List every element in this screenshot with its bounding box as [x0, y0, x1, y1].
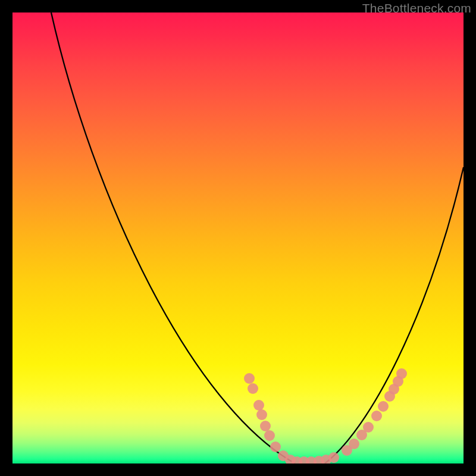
data-point: [260, 421, 271, 431]
data-point: [349, 439, 359, 449]
dots-group: [244, 368, 407, 464]
data-point: [244, 373, 255, 384]
chart-svg: [12, 12, 464, 464]
data-point: [253, 400, 264, 411]
curve-left: [51, 12, 295, 464]
chart-frame: [12, 12, 464, 464]
data-point: [256, 409, 267, 420]
data-point: [248, 383, 258, 394]
curve-group: [51, 12, 464, 464]
data-point: [371, 411, 382, 421]
data-point: [378, 401, 389, 412]
curve-right: [325, 167, 464, 464]
data-point: [328, 452, 339, 463]
data-point: [270, 441, 281, 452]
data-point: [396, 368, 407, 379]
data-point: [264, 430, 275, 441]
data-point: [363, 422, 374, 433]
